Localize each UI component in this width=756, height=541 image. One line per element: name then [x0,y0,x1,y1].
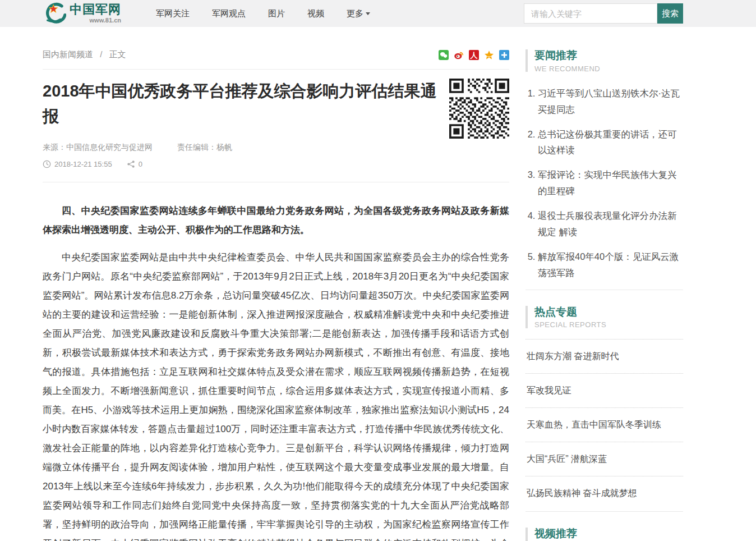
recommend-item[interactable]: 总书记这份极其重要的讲话，还可以这样读 [538,126,683,159]
article-editor: 责任编辑：杨帆 [177,143,232,152]
clock-icon [43,160,51,168]
section-title-recommend: 要闻推荐 [534,49,600,62]
recommend-item[interactable]: 解放军报40年40个版：见证风云激荡强军路 [538,249,683,281]
section-subtitle-special: SPECIAL REPORTS [534,320,606,329]
section-accent-bar [525,49,528,72]
recommend-item[interactable]: 习近平等到八宝山送别铁木尔·达瓦买提同志 [538,85,683,118]
divider [525,290,683,290]
section-videos: 视频推荐 VIDEOS [525,528,683,541]
section-subtitle-recommend: WE RECOMMEND [534,65,600,73]
brand-url: www.81.cn [70,17,121,24]
nav-item-pictures[interactable]: 图片 [268,8,285,19]
special-item[interactable]: 军改我见证 [525,373,683,407]
search-bar: 搜索 [524,3,683,24]
main-nav: 军网关注 军网观点 图片 视频 更多 [156,8,393,19]
wechat-icon[interactable] [439,50,449,60]
search-button[interactable]: 搜索 [657,3,683,24]
breadcrumb-current: 正文 [109,49,126,59]
recommend-item[interactable]: 退役士兵服役表现量化评分办法新规定 解读 [538,208,683,240]
special-list: 壮阔东方潮 奋进新时代 军改我见证 天寒血热，直击中国军队冬季训练 大国“兵匠”… [525,339,683,510]
qzone-icon[interactable] [484,50,494,60]
logo-swoosh-star-icon [43,2,66,25]
section-accent-bar [525,528,528,541]
divider [43,182,509,182]
svg-text:人: 人 [470,51,478,59]
recommend-item[interactable]: 军报评论：实现中华民族伟大复兴的里程碑 [538,167,683,199]
nav-item-opinion[interactable]: 军网观点 [212,8,246,19]
article-lead-paragraph: 四、中央纪委国家监委网站连续多年蝉联中国最给力党务政务网站，为全国各级党务政务网… [43,201,509,240]
share-count: 0 [139,160,142,168]
share-count-widget[interactable]: 0 [127,160,142,168]
section-title-videos: 视频推荐 [534,528,577,540]
breadcrumb: 国内新闻频道 / 正文 [43,49,126,60]
weibo-icon[interactable] [454,50,464,60]
article-body: 四、中央纪委国家监委网站连续多年蝉联中国最给力党务政务网站，为全国各级党务政务网… [43,201,509,541]
article-paragraph: 中央纪委国家监委网站是由中共中央纪律检查委员会、中华人民共和国国家监察委员会主办… [43,248,509,541]
section-title-special: 热点专题 [534,306,606,318]
special-item[interactable]: 大国“兵匠” 潜航深蓝 [525,442,683,476]
nav-item-video[interactable]: 视频 [307,8,324,19]
breadcrumb-channel[interactable]: 国内新闻频道 [43,49,93,59]
search-input[interactable] [524,3,657,24]
article-meta: 来源：中国信息化研究与促进网 责任编辑：杨帆 [43,143,438,153]
site-logo[interactable]: 中国军网 www.81.cn [43,2,121,25]
recommend-list: 习近平等到八宝山送别铁木尔·达瓦买提同志 总书记这份极其重要的讲话，还可以这样读… [525,85,683,281]
qr-code [449,79,509,139]
divider [525,511,683,512]
sidebar: 要闻推荐 WE RECOMMEND 习近平等到八宝山送别铁木尔·达瓦买提同志 总… [525,49,683,541]
brand-name: 中国军网 [70,3,121,16]
special-item[interactable]: 弘扬民族精神 奋斗成就梦想 [525,476,683,510]
section-accent-bar [525,306,528,328]
people-weibo-icon[interactable]: 人 [469,50,479,60]
share-bar: 人 [434,50,509,60]
article-source: 来源：中国信息化研究与促进网 [43,143,153,152]
share-nodes-icon [127,160,135,168]
article-date: 2018-12-21 15:55 [54,160,112,168]
nav-item-more[interactable]: 更多 [347,8,370,19]
section-special-reports: 热点专题 SPECIAL REPORTS 壮阔东方潮 奋进新时代 军改我见证 天… [525,306,683,512]
chevron-down-icon [366,12,370,15]
nav-item-focus[interactable]: 军网关注 [156,8,190,19]
special-item[interactable]: 壮阔东方潮 奋进新时代 [525,339,683,373]
section-recommend: 要闻推荐 WE RECOMMEND 习近平等到八宝山送别铁木尔·达瓦买提同志 总… [525,49,683,290]
article-title: 2018年中国优秀政务平台推荐及综合影响力评估结果通报 [43,79,438,129]
site-header: 中国军网 www.81.cn 军网关注 军网观点 图片 视频 更多 搜索 [0,0,756,27]
breadcrumb-separator: / [100,49,102,59]
share-more-icon[interactable] [499,50,509,60]
special-item[interactable]: 天寒血热，直击中国军队冬季训练 [525,407,683,442]
